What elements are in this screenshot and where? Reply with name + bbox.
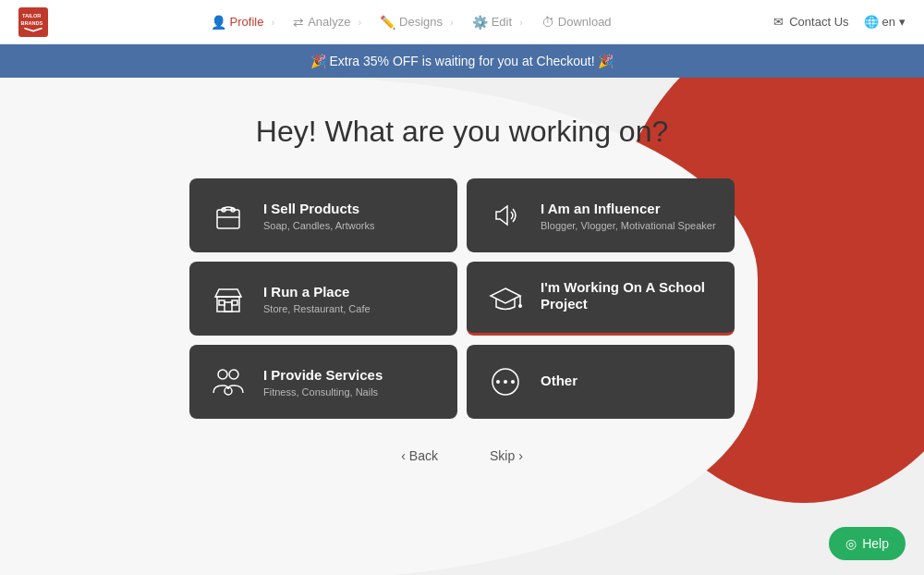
profile-icon: 👤	[211, 15, 226, 30]
influencer-subtitle: Blogger, Vlogger, Motivational Speaker	[541, 220, 716, 231]
back-label: Back	[409, 448, 438, 463]
run-place-subtitle: Store, Restaurant, Cafe	[263, 303, 371, 314]
main-area: Hey! What are you working on? I Sell Pro…	[0, 78, 924, 575]
school-project-text: I'm Working On A School Project	[541, 279, 716, 315]
skip-label: Skip	[490, 448, 515, 463]
content: Hey! What are you working on? I Sell Pro…	[0, 78, 924, 467]
svg-point-20	[504, 380, 507, 384]
cards-grid: I Sell Products Soap, Candles, Artworks …	[189, 178, 735, 419]
school-project-title: I'm Working On A School Project	[541, 279, 716, 312]
analyze-icon: ⇄	[293, 15, 304, 30]
card-school-project[interactable]: I'm Working On A School Project	[467, 262, 735, 336]
skip-chevron-icon: ›	[518, 448, 523, 463]
nav-step-download[interactable]: ⏱ Download	[534, 11, 619, 33]
globe-icon: 🌐	[864, 15, 879, 29]
other-text: Other	[541, 373, 578, 392]
megaphone-icon	[485, 195, 526, 236]
download-icon: ⏱	[541, 15, 554, 30]
shopping-bag-icon	[208, 195, 249, 236]
navbar: TAILOR BRANDS 👤 Profile › ⇄ Analyze › ✏️…	[0, 0, 924, 44]
help-button[interactable]: ◎ Help	[829, 527, 906, 560]
step-analyze-label: Analyze	[308, 15, 350, 29]
sell-products-title: I Sell Products	[263, 201, 374, 217]
designs-icon: ✏️	[380, 15, 395, 30]
back-chevron-icon: ‹	[401, 448, 406, 463]
svg-text:BRANDS: BRANDS	[20, 20, 43, 26]
nav-step-analyze[interactable]: ⇄ Analyze ›	[286, 11, 369, 33]
sell-products-text: I Sell Products Soap, Candles, Artworks	[263, 201, 374, 231]
svg-point-15	[218, 370, 227, 379]
svg-text:TAILOR: TAILOR	[22, 13, 41, 18]
promo-text: 🎉 Extra 35% OFF is waiting for you at Ch…	[310, 54, 614, 68]
store-icon	[208, 278, 249, 319]
svg-point-21	[511, 380, 515, 384]
nav-step-profile[interactable]: 👤 Profile ›	[203, 11, 283, 33]
step-profile-label: Profile	[230, 15, 264, 29]
provide-services-subtitle: Fitness, Consulting, Nails	[263, 386, 383, 398]
help-circle-icon: ◎	[845, 536, 857, 551]
provide-services-text: I Provide Services Fitness, Consulting, …	[263, 367, 383, 398]
influencer-text: I Am an Influencer Blogger, Vlogger, Mot…	[541, 201, 716, 231]
svg-point-16	[229, 370, 238, 379]
chevron-icon-2: ›	[358, 17, 361, 28]
svg-marker-12	[491, 288, 520, 303]
svg-point-14	[518, 304, 522, 308]
svg-rect-7	[217, 297, 239, 312]
nav-step-edit[interactable]: ⚙️ Edit ›	[465, 11, 530, 33]
run-place-text: I Run a Place Store, Restaurant, Cafe	[263, 284, 371, 314]
people-consulting-icon	[208, 361, 249, 402]
run-place-title: I Run a Place	[263, 284, 371, 300]
influencer-title: I Am an Influencer	[541, 201, 716, 217]
chevron-icon: ›	[271, 17, 274, 28]
skip-button[interactable]: Skip ›	[482, 445, 530, 467]
contact-label: Contact Us	[789, 15, 848, 29]
graduation-cap-icon	[485, 277, 526, 318]
step-edit-label: Edit	[492, 15, 512, 29]
mail-icon: ✉	[773, 15, 784, 29]
nav-step-designs[interactable]: ✏️ Designs ›	[372, 11, 461, 33]
chevron-icon-4: ›	[519, 17, 523, 28]
chevron-icon-3: ›	[450, 17, 454, 28]
chevron-down-icon: ▾	[899, 15, 906, 29]
other-title: Other	[541, 373, 578, 389]
main-title: Hey! What are you working on?	[256, 115, 668, 149]
language-button[interactable]: 🌐 en ▾	[864, 15, 906, 29]
help-label: Help	[862, 536, 889, 551]
back-button[interactable]: ‹ Back	[394, 445, 445, 467]
card-sell-products[interactable]: I Sell Products Soap, Candles, Artworks	[189, 178, 457, 252]
card-influencer[interactable]: I Am an Influencer Blogger, Vlogger, Mot…	[467, 178, 735, 252]
edit-icon: ⚙️	[472, 15, 488, 30]
dots-icon	[485, 361, 526, 402]
logo[interactable]: TAILOR BRANDS	[18, 7, 48, 37]
svg-rect-8	[225, 302, 232, 312]
svg-point-19	[496, 380, 500, 384]
svg-rect-10	[232, 300, 237, 305]
step-download-label: Download	[558, 15, 612, 29]
promo-banner: 🎉 Extra 35% OFF is waiting for you at Ch…	[0, 44, 924, 78]
card-provide-services[interactable]: I Provide Services Fitness, Consulting, …	[189, 345, 457, 419]
svg-rect-3	[217, 210, 239, 228]
card-other[interactable]: Other	[467, 345, 735, 419]
contact-button[interactable]: ✉ Contact Us	[773, 15, 848, 29]
svg-rect-9	[219, 300, 225, 305]
nav-right: ✉ Contact Us 🌐 en ▾	[773, 15, 906, 29]
step-designs-label: Designs	[399, 15, 443, 29]
provide-services-title: I Provide Services	[263, 367, 383, 384]
card-run-place[interactable]: I Run a Place Store, Restaurant, Cafe	[189, 262, 457, 336]
lang-label: en	[882, 15, 895, 29]
sell-products-subtitle: Soap, Candles, Artworks	[263, 220, 374, 231]
nav-buttons: ‹ Back Skip ›	[394, 445, 530, 467]
nav-steps: 👤 Profile › ⇄ Analyze › ✏️ Designs › ⚙️ …	[203, 11, 619, 33]
